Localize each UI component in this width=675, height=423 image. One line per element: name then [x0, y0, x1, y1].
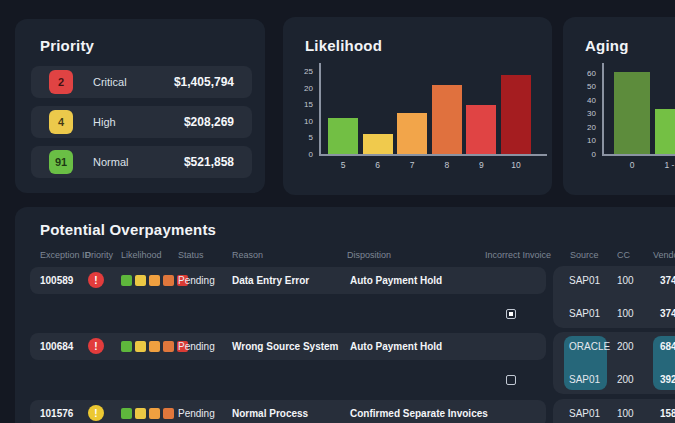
priority-count-badge: 91 [49, 150, 73, 174]
priority-alert-icon: ! [88, 272, 104, 288]
priority-card: Priority 2 Critical $1,405,794 4 High $2… [15, 19, 265, 193]
y-axis-tick-label: 10 [583, 136, 596, 145]
exception-id-cell: 100684 [40, 332, 73, 361]
incorrect-invoice-checkbox[interactable] [506, 375, 516, 385]
likelihood-bar-chart: 05101520255678910 [303, 58, 552, 184]
disposition-cell: Confirmed Separate Invoices [350, 399, 488, 423]
y-axis-tick-label: 15 [303, 100, 313, 109]
priority-stat-label: High [93, 116, 116, 128]
status-cell: Pending [178, 332, 215, 361]
x-axis-tick-label: 0 [614, 160, 650, 170]
column-header-disposition: Disposition [347, 250, 391, 260]
chart-bar-7[interactable] [397, 113, 427, 154]
column-header-source: Source [570, 250, 599, 260]
priority-stat-amount: $1,405,794 [174, 75, 234, 89]
cc-cell: 100 [617, 399, 634, 423]
disposition-cell: Auto Payment Hold [350, 266, 442, 295]
priority-stat-high[interactable]: 4 High $208,269 [31, 106, 252, 138]
priority-stat-amount: $521,858 [184, 155, 234, 169]
disposition-cell: Auto Payment Hold [350, 332, 442, 361]
source-cell: SAP01 [569, 399, 600, 423]
x-axis-line [319, 154, 547, 156]
potential-overpayments-card: Potential Overpayments Exception IDPrior… [15, 207, 675, 423]
chart-bar-10[interactable] [501, 75, 531, 154]
aging-bar-chart: 010203040506001 - 2 [583, 58, 675, 184]
y-axis-tick-label: 0 [303, 150, 313, 159]
priority-count-badge: 2 [49, 70, 73, 94]
x-axis-tick-label: 6 [363, 160, 393, 170]
likelihood-square [149, 275, 160, 286]
incorrect-invoice-checkbox[interactable] [506, 309, 516, 319]
column-header-status: Status [178, 250, 204, 260]
chart-bar-8[interactable] [432, 85, 462, 154]
likelihood-squares [121, 408, 174, 419]
status-cell: Pending [178, 266, 215, 295]
column-header-exception-id: Exception ID [40, 250, 91, 260]
y-axis-tick-label: 10 [303, 117, 313, 126]
x-axis-tick-label: 8 [432, 160, 462, 170]
priority-stat-label: Normal [93, 156, 128, 168]
priority-alert-icon: ! [88, 338, 104, 354]
chart-bar-5[interactable] [328, 118, 358, 154]
likelihood-square [163, 275, 174, 286]
chart-bar-0[interactable] [614, 72, 650, 154]
cc-cell: 100 [617, 299, 634, 329]
source-cell: SAP01 [569, 299, 600, 329]
source-cell: SAP01 [569, 365, 600, 395]
vendor-cell: 3748 [660, 266, 675, 296]
reason-cell: Wrong Source System [232, 332, 339, 361]
exception-id-cell: 101576 [40, 399, 73, 423]
x-axis-tick-label: 1 - 2 [655, 160, 675, 170]
priority-stat-amount: $208,269 [184, 115, 234, 129]
likelihood-square [121, 341, 132, 352]
y-axis-tick-label: 5 [303, 133, 313, 142]
y-axis-tick-label: 20 [583, 123, 596, 132]
vendor-cell: 1583 [660, 399, 675, 423]
y-axis-line [602, 63, 604, 156]
column-header-vendor: Vendor [653, 250, 675, 260]
y-axis-tick-label: 0 [583, 150, 596, 159]
column-header-reason: Reason [232, 250, 263, 260]
x-axis-tick-label: 10 [501, 160, 531, 170]
y-axis-tick-label: 30 [583, 109, 596, 118]
exception-row-group: SAP011001583101576!PendingNormal Process… [15, 399, 675, 423]
y-axis-tick-label: 20 [303, 84, 313, 93]
x-axis-tick-label: 9 [466, 160, 496, 170]
reason-cell: Normal Process [232, 399, 308, 423]
likelihood-square [149, 408, 160, 419]
exception-id-cell: 100589 [40, 266, 73, 295]
priority-stat-label: Critical [93, 76, 127, 88]
vendor-cell: 3920 [660, 365, 675, 395]
cc-cell: 100 [617, 266, 634, 296]
priority-count-badge: 4 [49, 110, 73, 134]
y-axis-tick-label: 50 [583, 82, 596, 91]
likelihood-card: Likelihood 05101520255678910 [283, 17, 552, 195]
likelihood-square [163, 408, 174, 419]
reason-cell: Data Entry Error [232, 266, 309, 295]
vendor-cell: 3748 [660, 299, 675, 329]
x-axis-tick-label: 5 [328, 160, 358, 170]
x-axis-line [602, 154, 675, 156]
cc-cell: 200 [617, 365, 634, 395]
likelihood-square [121, 408, 132, 419]
status-cell: Pending [178, 399, 215, 423]
priority-stat-normal[interactable]: 91 Normal $521,858 [31, 146, 252, 178]
chart-bar-1 - 2[interactable] [655, 109, 675, 154]
likelihood-chart-title: Likelihood [305, 37, 552, 54]
priority-stat-critical[interactable]: 2 Critical $1,405,794 [31, 66, 252, 98]
y-axis-tick-label: 60 [583, 69, 596, 78]
cc-cell: 200 [617, 332, 634, 362]
source-cell: ORACLE [569, 332, 610, 362]
likelihood-square [149, 341, 160, 352]
aging-chart-title: Aging [585, 37, 675, 54]
priority-alert-icon: ! [88, 405, 104, 421]
chart-bar-6[interactable] [363, 134, 393, 154]
exception-row-group: SAP011003748SAP011003748100589!PendingDa… [15, 266, 675, 328]
vendor-cell: 684 [660, 332, 675, 362]
chart-bar-9[interactable] [466, 105, 496, 155]
exception-row-group: ORACLE200684SAP012003920100684!PendingWr… [15, 332, 675, 394]
column-header-incorrect-invoice: Incorrect Invoice [485, 250, 551, 260]
likelihood-square [135, 408, 146, 419]
y-axis-tick-label: 25 [303, 67, 313, 76]
likelihood-square [121, 275, 132, 286]
